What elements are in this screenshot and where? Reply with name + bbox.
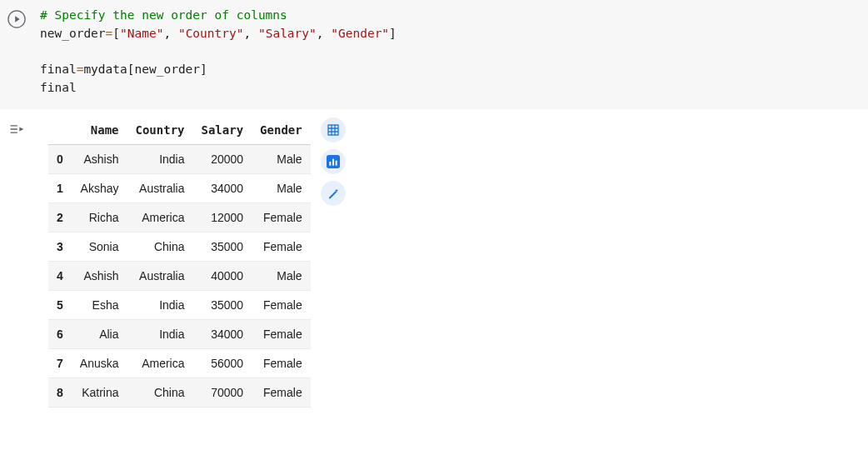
table-row: 2RichaAmerica12000Female (48, 202, 311, 232)
code-string: "Country" (178, 27, 244, 40)
cell: 40000 (193, 261, 252, 290)
toggle-output-button[interactable] (8, 121, 25, 408)
run-column (0, 7, 33, 98)
cell: India (127, 290, 193, 319)
generate-code-button[interactable] (321, 181, 346, 206)
table-row: 1AkshayAustralia34000Male (48, 173, 311, 202)
code-comment: # Specify the new order of columns (40, 8, 287, 22)
magic-wand-icon (327, 187, 340, 200)
svg-rect-5 (329, 162, 331, 166)
code-token: ] (389, 27, 397, 40)
cell: 35000 (193, 290, 252, 319)
output-action-column (321, 116, 346, 408)
cell: 34000 (193, 319, 252, 348)
code-token: ] (200, 62, 207, 76)
cell: 70000 (193, 378, 252, 407)
code-token: final (40, 81, 77, 94)
code-token: final (40, 62, 77, 76)
col-header: Gender (252, 116, 311, 145)
code-string: "Salary" (258, 27, 317, 40)
table-row: 0AshishIndia20000Male (48, 144, 311, 173)
col-header: Name (72, 116, 127, 145)
code-cell: # Specify the new order of columns new_o… (0, 0, 868, 109)
table-row: 3SoniaChina35000Female (48, 232, 311, 261)
interactive-table-button[interactable] (321, 118, 346, 142)
cell: Female (252, 232, 311, 261)
cell: Female (252, 290, 311, 319)
svg-marker-2 (19, 127, 23, 131)
cell: Australia (127, 261, 193, 290)
cell: Male (252, 144, 311, 173)
table-row: 6AliaIndia34000Female (48, 319, 311, 348)
table-row: 7AnuskaAmerica56000Female (48, 348, 311, 378)
output-body: Name Country Salary Gender 0AshishIndia2… (33, 116, 346, 408)
table-row: 4AshishAustralia40000Male (48, 261, 311, 290)
cell: Ashish (72, 144, 127, 173)
cell: India (127, 319, 193, 348)
cell: Male (252, 261, 311, 290)
row-index: 3 (48, 232, 72, 261)
bar-chart-icon (327, 155, 340, 168)
row-index: 7 (48, 348, 72, 378)
code-token: new_order (40, 27, 106, 40)
code-token: mydata (83, 62, 127, 76)
code-token: , (163, 27, 177, 40)
grid-table-icon (327, 123, 340, 137)
play-icon (7, 10, 26, 28)
cell: Anuska (72, 348, 127, 378)
row-index: 8 (48, 378, 72, 407)
cell: Richa (72, 202, 127, 232)
cell: 34000 (193, 173, 252, 202)
code-editor[interactable]: # Specify the new order of columns new_o… (33, 7, 868, 98)
code-token: = (106, 27, 113, 40)
toggle-output-icon (8, 121, 25, 138)
svg-marker-1 (15, 16, 20, 22)
cell: China (127, 232, 193, 261)
code-string: "Name" (120, 27, 163, 40)
table-row: 8KatrinaChina70000Female (48, 378, 311, 407)
cell: America (127, 348, 193, 378)
cell: 35000 (193, 232, 252, 261)
cell: Female (252, 348, 311, 378)
cell: Akshay (72, 173, 127, 202)
cell: Alia (72, 319, 127, 348)
quick-chart-button[interactable] (321, 149, 346, 174)
col-header: Salary (193, 116, 252, 145)
code-token: [ (112, 27, 120, 40)
cell: Ashish (72, 261, 127, 290)
code-token: new_order (135, 62, 201, 76)
table-corner (48, 116, 72, 145)
code-token: , (243, 27, 257, 40)
svg-rect-7 (335, 160, 337, 165)
cell: America (127, 202, 193, 232)
cell: 20000 (193, 144, 252, 173)
row-index: 1 (48, 173, 72, 202)
row-index: 2 (48, 202, 72, 232)
cell: 12000 (193, 202, 252, 232)
cell: Female (252, 319, 311, 348)
cell: Male (252, 173, 311, 202)
cell: Esha (72, 290, 127, 319)
row-index: 0 (48, 144, 72, 173)
table-row: 5EshaIndia35000Female (48, 290, 311, 319)
cell: Sonia (72, 232, 127, 261)
code-string: "Gender" (331, 27, 389, 40)
cell: China (127, 378, 193, 407)
row-index: 6 (48, 319, 72, 348)
cell: Female (252, 202, 311, 232)
table-header: Name Country Salary Gender (48, 116, 311, 145)
cell: Katrina (72, 378, 127, 407)
col-header: Country (127, 116, 193, 145)
row-index: 5 (48, 290, 72, 319)
output-gutter (0, 116, 33, 408)
output-area: Name Country Salary Gender 0AshishIndia2… (0, 109, 868, 408)
table-body: 0AshishIndia20000Male1AkshayAustralia340… (48, 144, 311, 407)
svg-rect-6 (332, 158, 334, 165)
cell: Female (252, 378, 311, 407)
code-token: , (317, 27, 331, 40)
svg-rect-3 (328, 125, 338, 135)
row-index: 4 (48, 261, 72, 290)
cell: 56000 (193, 348, 252, 378)
run-cell-button[interactable] (7, 10, 26, 28)
cell: India (127, 144, 193, 173)
